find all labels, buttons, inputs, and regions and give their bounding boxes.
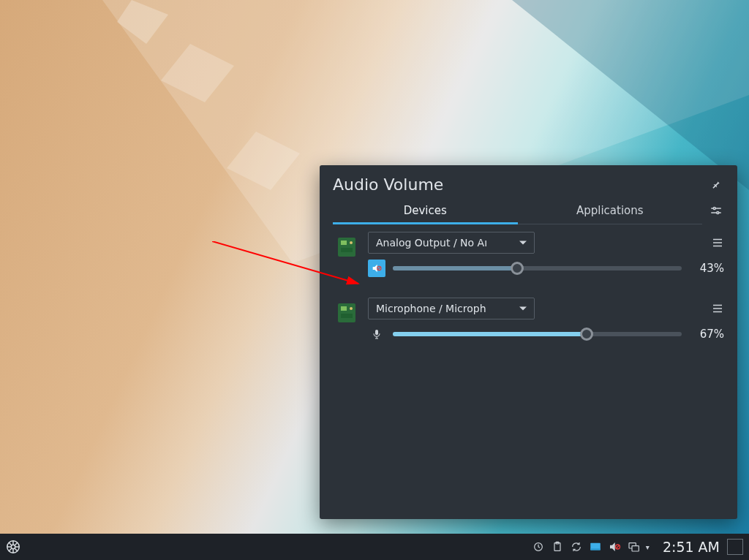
taskbar-panel: ▾ 2:51 AM bbox=[0, 534, 749, 560]
output-volume-slider[interactable] bbox=[393, 262, 682, 274]
svg-rect-20 bbox=[341, 314, 353, 318]
volume-muted-icon[interactable] bbox=[608, 540, 621, 553]
svg-rect-47 bbox=[632, 546, 639, 551]
svg-rect-25 bbox=[375, 330, 378, 335]
svg-line-37 bbox=[15, 542, 18, 545]
svg-point-30 bbox=[11, 545, 15, 549]
panel-clock[interactable]: 2:51 AM bbox=[655, 539, 727, 555]
slider-fill bbox=[393, 332, 587, 336]
slider-handle[interactable] bbox=[511, 262, 524, 275]
svg-line-35 bbox=[9, 542, 12, 545]
input-menu-button[interactable] bbox=[708, 302, 724, 315]
soundcard-icon bbox=[333, 232, 361, 260]
svg-point-12 bbox=[350, 241, 353, 244]
svg-marker-3 bbox=[227, 132, 300, 190]
system-tray: ▾ bbox=[526, 540, 655, 553]
tab-devices[interactable]: Devices bbox=[333, 200, 518, 224]
devices-list: Analog Output / No Aı bbox=[320, 224, 737, 343]
input-port-label: Microphone / Microph bbox=[376, 303, 486, 314]
tab-applications[interactable]: Applications bbox=[518, 200, 703, 224]
input-port-row: Microphone / Microph bbox=[368, 298, 724, 319]
device-output: Analog Output / No Aı bbox=[333, 232, 724, 277]
svg-line-38 bbox=[9, 548, 12, 551]
chevron-down-icon bbox=[519, 307, 527, 311]
tray-expand-icon[interactable]: ▾ bbox=[646, 543, 650, 551]
device-input-body: Microphone / Microph bbox=[368, 298, 724, 343]
output-menu-button[interactable] bbox=[708, 236, 724, 249]
tab-applications-label: Applications bbox=[576, 204, 644, 217]
popup-title: Audio Volume bbox=[333, 175, 711, 194]
soundcard-icon bbox=[333, 298, 361, 325]
input-mute-button[interactable] bbox=[368, 325, 385, 343]
svg-marker-4 bbox=[512, 0, 749, 190]
configure-icon[interactable] bbox=[710, 204, 724, 220]
app-launcher-button[interactable] bbox=[0, 534, 26, 560]
input-slider-row: 67% bbox=[368, 325, 724, 343]
svg-marker-2 bbox=[161, 44, 234, 102]
svg-point-8 bbox=[717, 212, 719, 214]
svg-marker-1 bbox=[117, 0, 168, 44]
svg-rect-43 bbox=[590, 548, 601, 550]
tab-bar: Devices Applications bbox=[333, 200, 702, 224]
input-volume-percent: 67% bbox=[689, 328, 724, 341]
svg-line-17 bbox=[378, 267, 380, 269]
network-icon[interactable] bbox=[627, 540, 640, 553]
output-volume-percent: 43% bbox=[689, 262, 724, 275]
input-volume-slider[interactable] bbox=[393, 328, 682, 340]
svg-rect-9 bbox=[338, 238, 355, 257]
slider-fill bbox=[393, 266, 517, 270]
svg-rect-18 bbox=[338, 303, 355, 322]
device-output-body: Analog Output / No Aı bbox=[368, 232, 724, 277]
output-slider-row: 43% bbox=[368, 260, 724, 277]
svg-rect-10 bbox=[341, 241, 347, 245]
output-port-select[interactable]: Analog Output / No Aı bbox=[368, 232, 535, 254]
svg-rect-11 bbox=[341, 248, 353, 252]
svg-point-21 bbox=[350, 307, 353, 310]
pin-icon[interactable] bbox=[711, 178, 724, 192]
sync-icon[interactable] bbox=[570, 540, 583, 553]
clipboard-icon[interactable] bbox=[551, 540, 564, 553]
tab-devices-label: Devices bbox=[404, 204, 447, 217]
svg-point-7 bbox=[713, 208, 715, 210]
popup-header: Audio Volume bbox=[320, 165, 737, 200]
tabs-row: Devices Applications bbox=[320, 200, 737, 224]
show-desktop-button[interactable] bbox=[727, 539, 743, 555]
svg-line-36 bbox=[15, 548, 18, 551]
svg-rect-19 bbox=[341, 306, 347, 311]
device-input: Microphone / Microph bbox=[333, 298, 724, 343]
slider-handle[interactable] bbox=[580, 328, 593, 341]
updates-icon[interactable] bbox=[532, 540, 545, 553]
notifications-icon[interactable] bbox=[589, 540, 602, 553]
chevron-down-icon bbox=[519, 241, 527, 245]
output-port-row: Analog Output / No Aı bbox=[368, 232, 724, 254]
output-mute-button[interactable] bbox=[368, 260, 385, 277]
svg-line-45 bbox=[616, 545, 619, 548]
output-port-label: Analog Output / No Aı bbox=[376, 237, 487, 249]
input-port-select[interactable]: Microphone / Microph bbox=[368, 298, 535, 319]
audio-volume-popup: Audio Volume Devices Applications bbox=[320, 165, 737, 519]
